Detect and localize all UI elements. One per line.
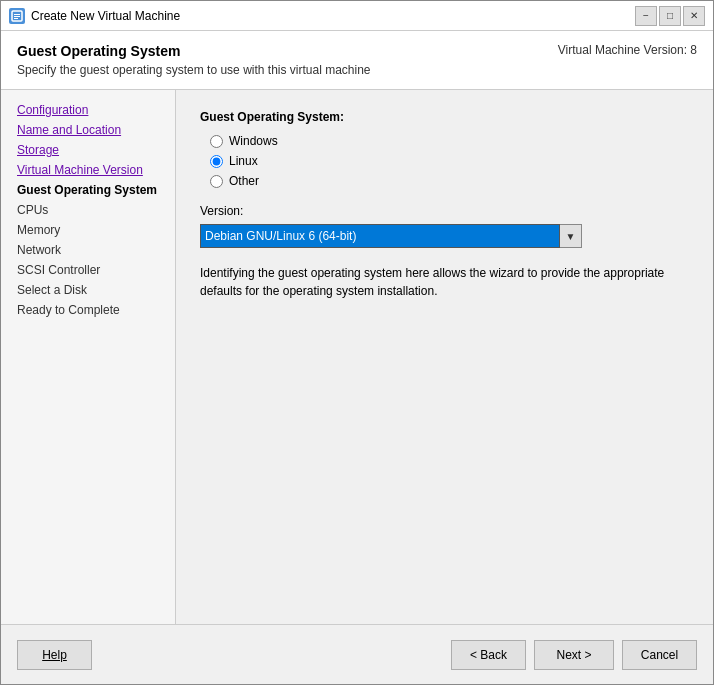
sidebar-item-guest-os: Guest Operating System: [1, 180, 175, 200]
radio-windows-label: Windows: [229, 134, 278, 148]
sidebar-item-network: Network: [1, 240, 175, 260]
header-title: Guest Operating System: [17, 43, 371, 59]
sidebar-item-scsi: SCSI Controller: [1, 260, 175, 280]
window-title: Create New Virtual Machine: [31, 9, 635, 23]
sidebar-item-cpus: CPUs: [1, 200, 175, 220]
minimize-button[interactable]: −: [635, 6, 657, 26]
header: Guest Operating System Specify the guest…: [1, 31, 713, 90]
radio-linux-input[interactable]: [210, 155, 223, 168]
content-area: Configuration Name and Location Storage …: [1, 90, 713, 624]
radio-other-input[interactable]: [210, 175, 223, 188]
radio-other[interactable]: Other: [210, 174, 689, 188]
os-radio-group: Windows Linux Other: [210, 134, 689, 188]
sidebar-item-name-location[interactable]: Name and Location: [1, 120, 175, 140]
svg-rect-3: [14, 18, 18, 19]
sidebar-item-vm-version[interactable]: Virtual Machine Version: [1, 160, 175, 180]
svg-rect-2: [14, 16, 20, 17]
back-button[interactable]: < Back: [451, 640, 526, 670]
radio-linux-label: Linux: [229, 154, 258, 168]
radio-windows-input[interactable]: [210, 135, 223, 148]
main-window: Create New Virtual Machine − □ ✕ Guest O…: [0, 0, 714, 685]
footer-right: < Back Next > Cancel: [451, 640, 697, 670]
footer: Help < Back Next > Cancel: [1, 624, 713, 684]
sidebar-item-storage[interactable]: Storage: [1, 140, 175, 160]
title-bar: Create New Virtual Machine − □ ✕: [1, 1, 713, 31]
sidebar-item-select-disk: Select a Disk: [1, 280, 175, 300]
select-arrow-icon[interactable]: ▼: [560, 224, 582, 248]
version-select[interactable]: Debian GNU/Linux 6 (64-bit)Debian GNU/Li…: [200, 224, 560, 248]
cancel-button[interactable]: Cancel: [622, 640, 697, 670]
guest-os-label: Guest Operating System:: [200, 110, 689, 124]
main-panel: Guest Operating System: Windows Linux Ot…: [176, 90, 713, 624]
radio-windows[interactable]: Windows: [210, 134, 689, 148]
header-left: Guest Operating System Specify the guest…: [17, 43, 371, 77]
header-version: Virtual Machine Version: 8: [558, 43, 697, 57]
sidebar: Configuration Name and Location Storage …: [1, 90, 176, 624]
window-controls: − □ ✕: [635, 6, 705, 26]
maximize-button[interactable]: □: [659, 6, 681, 26]
help-button[interactable]: Help: [17, 640, 92, 670]
radio-other-label: Other: [229, 174, 259, 188]
next-button[interactable]: Next >: [534, 640, 614, 670]
description-text: Identifying the guest operating system h…: [200, 264, 689, 300]
sidebar-item-configuration[interactable]: Configuration: [1, 100, 175, 120]
sidebar-item-memory: Memory: [1, 220, 175, 240]
version-label: Version:: [200, 204, 689, 218]
radio-linux[interactable]: Linux: [210, 154, 689, 168]
app-icon: [9, 8, 25, 24]
close-button[interactable]: ✕: [683, 6, 705, 26]
sidebar-item-ready: Ready to Complete: [1, 300, 175, 320]
svg-rect-1: [14, 14, 20, 15]
header-subtitle: Specify the guest operating system to us…: [17, 63, 371, 77]
version-select-wrapper: Debian GNU/Linux 6 (64-bit)Debian GNU/Li…: [200, 224, 689, 248]
footer-left: Help: [17, 640, 451, 670]
